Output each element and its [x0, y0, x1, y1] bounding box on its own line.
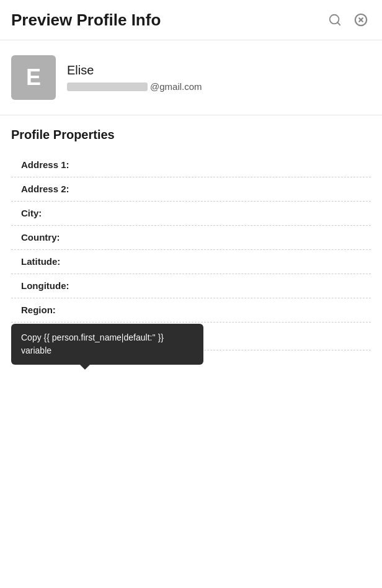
avatar: E: [11, 55, 56, 100]
property-label: Country:: [21, 232, 60, 243]
svg-line-1: [337, 22, 340, 25]
page-title: Preview Profile Info: [11, 11, 161, 30]
property-label: Longitude:: [21, 280, 69, 291]
property-rows: Address 1: Address 2: City: Country: Lat…: [11, 153, 371, 323]
header: Preview Profile Info: [0, 0, 382, 40]
close-icon: [354, 13, 368, 27]
properties-section: Profile Properties Address 1: Address 2:…: [0, 115, 382, 350]
search-icon: [328, 13, 342, 27]
profile-section: E Elise @gmail.com: [0, 40, 382, 115]
search-button[interactable]: [325, 10, 345, 30]
property-row-city[interactable]: City:: [11, 202, 371, 226]
close-button[interactable]: [351, 10, 371, 30]
property-label: Latitude:: [21, 256, 60, 267]
email-redacted-bar: [67, 82, 148, 91]
property-label: City:: [21, 208, 42, 218]
property-row-country[interactable]: Country:: [11, 226, 371, 250]
property-row-region[interactable]: Region:: [11, 298, 371, 323]
property-row-address2[interactable]: Address 2:: [11, 177, 371, 202]
property-row-longitude[interactable]: Longitude:: [11, 274, 371, 298]
tooltip-popup: Copy {{ person.first_name|default:'' }} …: [11, 324, 203, 365]
property-row-address1[interactable]: Address 1:: [11, 153, 371, 177]
profile-email: @gmail.com: [67, 81, 202, 92]
property-row-latitude[interactable]: Latitude:: [11, 250, 371, 274]
section-title: Profile Properties: [11, 128, 371, 142]
email-domain: @gmail.com: [150, 81, 202, 92]
profile-name: Elise: [67, 63, 202, 78]
property-label: Region:: [21, 305, 56, 315]
property-label: Address 2:: [21, 184, 69, 194]
property-label: Address 1:: [21, 159, 69, 170]
profile-info: Elise @gmail.com: [67, 63, 202, 92]
header-actions: [325, 10, 371, 30]
tooltip-text: Copy {{ person.first_name|default:'' }} …: [21, 332, 164, 355]
